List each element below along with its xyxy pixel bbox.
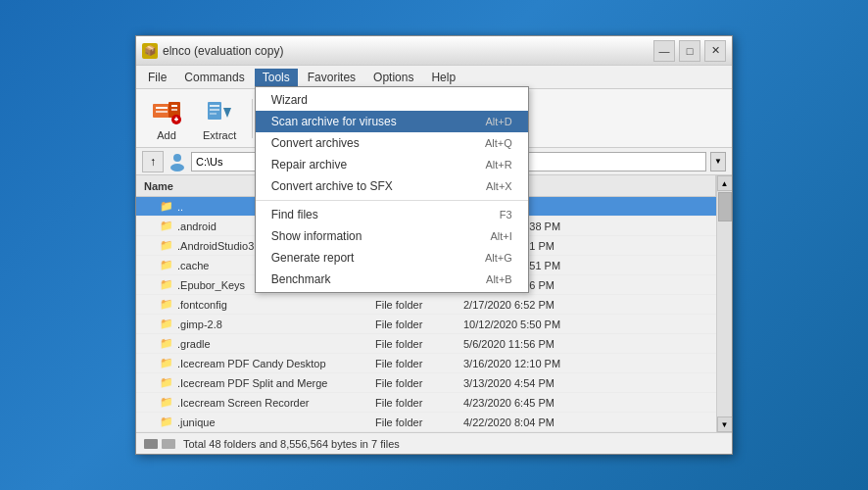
file-modified-cell: 3/16/2020 12:10 PM: [459, 358, 716, 369]
file-type-cell: File folder: [371, 358, 459, 369]
title-bar: 📦 elnco (evaluation copy) — □ ✕: [136, 36, 732, 66]
add-label: Add: [157, 129, 176, 141]
menu-tools-wrapper: Tools Wizard Scan archive for viruses Al…: [255, 69, 298, 86]
table-row[interactable]: 📁 .gradle File folder 5/6/2020 11:56 PM: [136, 334, 716, 354]
svg-rect-5: [171, 109, 177, 111]
file-type-cell: File folder: [371, 377, 459, 389]
main-window: 📦 elnco (evaluation copy) — □ ✕ File Com…: [135, 35, 733, 455]
file-name-cell: 📁 .Icecream PDF Split and Merge: [136, 376, 371, 389]
status-icon-2: [162, 439, 175, 449]
table-row[interactable]: 📁 .Icecream PDF Split and Merge File fol…: [136, 373, 716, 393]
svg-marker-13: [223, 108, 231, 118]
menu-commands[interactable]: Commands: [176, 69, 252, 86]
app-icon: 📦: [142, 43, 158, 59]
file-name-cell: 📁 .Icecream PDF Candy Desktop: [136, 357, 371, 369]
svg-rect-1: [156, 107, 168, 109]
nav-up-button[interactable]: ↑: [142, 151, 164, 172]
status-icon-1: [144, 439, 158, 449]
menu-item-generate-report[interactable]: Generate report Alt+G: [256, 247, 528, 269]
svg-rect-8: [175, 117, 177, 121]
svg-rect-4: [171, 105, 177, 107]
svg-rect-2: [156, 111, 168, 113]
menu-help[interactable]: Help: [423, 69, 463, 86]
svg-point-24: [170, 164, 184, 172]
minimize-button[interactable]: —: [653, 40, 675, 62]
menu-item-benchmark[interactable]: Benchmark Alt+B: [256, 269, 528, 290]
menu-bar: File Commands Tools Wizard Scan archive …: [136, 66, 732, 89]
extract-icon: [204, 96, 235, 127]
add-icon: [151, 96, 182, 127]
file-type-cell: File folder: [371, 416, 459, 428]
file-modified-cell: 4/22/2020 8:04 PM: [459, 416, 716, 428]
status-text: Total 48 folders and 8,556,564 bytes in …: [183, 438, 400, 450]
status-bar: Total 48 folders and 8,556,564 bytes in …: [136, 432, 732, 454]
file-type-cell: File folder: [371, 299, 459, 311]
file-type-cell: File folder: [371, 338, 459, 350]
menu-item-convert[interactable]: Convert archives Alt+Q: [256, 132, 528, 154]
table-row[interactable]: 📁 .fontconfig File folder 2/17/2020 6:52…: [136, 295, 716, 315]
title-bar-left: 📦 elnco (evaluation copy): [142, 43, 283, 59]
file-type-cell: File folder: [371, 318, 459, 330]
file-modified-cell: 2/17/2020 6:52 PM: [459, 299, 716, 311]
address-dropdown[interactable]: ▼: [710, 152, 726, 172]
menu-tools[interactable]: Tools: [255, 69, 298, 86]
extract-button[interactable]: Extract: [195, 92, 244, 145]
menu-item-repair[interactable]: Repair archive Alt+R: [256, 154, 528, 175]
menu-item-scan[interactable]: Scan archive for viruses Alt+D: [256, 111, 528, 132]
file-name-cell: 📁 .fontconfig: [136, 298, 371, 311]
menu-item-show-info[interactable]: Show information Alt+I: [256, 225, 528, 247]
menu-item-wizard[interactable]: Wizard: [256, 89, 528, 111]
extract-label: Extract: [203, 129, 236, 141]
status-icons: [144, 439, 175, 449]
tools-dropdown-menu: Wizard Scan archive for viruses Alt+D Co…: [255, 86, 529, 293]
svg-point-23: [173, 154, 181, 162]
maximize-button[interactable]: □: [679, 40, 700, 62]
file-modified-cell: 10/12/2020 5:50 PM: [459, 318, 716, 330]
menu-separator-1: [256, 200, 528, 201]
title-controls: — □ ✕: [653, 40, 726, 62]
window-title: elnco (evaluation copy): [163, 44, 283, 58]
scroll-track[interactable]: [717, 191, 733, 416]
scrollbar[interactable]: ▲ ▼: [716, 175, 732, 432]
menu-item-convert-sfx[interactable]: Convert archive to SFX Alt+X: [256, 175, 528, 197]
table-row[interactable]: 📁 .Icecream Screen Recorder File folder …: [136, 393, 716, 413]
menu-options[interactable]: Options: [365, 69, 421, 86]
svg-rect-11: [210, 109, 219, 111]
scroll-thumb[interactable]: [718, 192, 732, 221]
svg-rect-10: [210, 105, 219, 107]
file-type-cell: File folder: [371, 397, 459, 409]
file-name-cell: 📁 .Icecream Screen Recorder: [136, 396, 371, 409]
scroll-up-arrow[interactable]: ▲: [717, 175, 733, 191]
menu-item-find-files[interactable]: Find files F3: [256, 204, 528, 225]
file-modified-cell: 5/6/2020 11:56 PM: [459, 338, 716, 350]
scroll-down-arrow[interactable]: ▼: [717, 416, 733, 432]
user-icon: [168, 152, 187, 172]
toolbar-sep-1: [252, 99, 253, 138]
close-button[interactable]: ✕: [704, 40, 726, 62]
add-button[interactable]: Add: [142, 92, 191, 145]
file-name-cell: 📁 .junique: [136, 416, 371, 428]
file-modified-cell: 3/13/2020 4:54 PM: [459, 377, 716, 389]
file-name-cell: 📁 .gimp-2.8: [136, 318, 371, 330]
table-row[interactable]: 📁 .gimp-2.8 File folder 10/12/2020 5:50 …: [136, 315, 716, 334]
table-row[interactable]: 📁 .Icecream PDF Candy Desktop File folde…: [136, 354, 716, 373]
svg-rect-12: [210, 113, 217, 115]
table-row[interactable]: 📁 .junique File folder 4/22/2020 8:04 PM: [136, 413, 716, 432]
menu-favorites[interactable]: Favorites: [300, 69, 363, 86]
file-name-cell: 📁 .gradle: [136, 337, 371, 350]
menu-file[interactable]: File: [140, 69, 174, 86]
file-modified-cell: 4/23/2020 6:45 PM: [459, 397, 716, 409]
